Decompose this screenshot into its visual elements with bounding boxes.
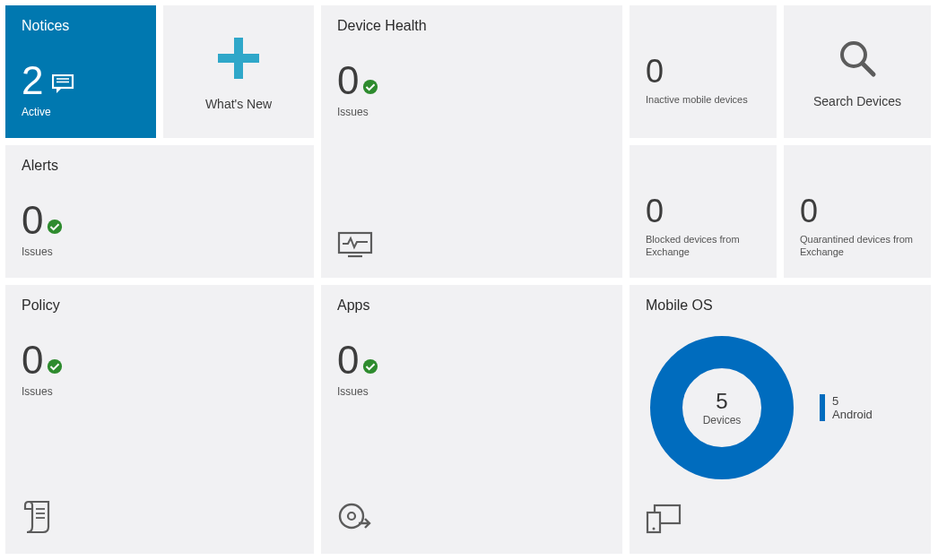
device-health-sub: Issues — [337, 106, 606, 118]
mobile-os-legend: 5 Android — [820, 394, 873, 421]
scroll-icon — [22, 498, 54, 538]
svg-line-9 — [863, 64, 873, 74]
svg-point-21 — [653, 528, 656, 530]
device-health-count: 0 — [337, 61, 359, 100]
notices-count: 2 — [22, 61, 43, 100]
quarantined-sub: Quarantined devices from Exchange — [800, 233, 915, 259]
search-devices-tile[interactable]: Search Devices — [784, 5, 931, 138]
check-icon — [362, 79, 378, 95]
inactive-devices-tile[interactable]: 0 Inactive mobile devices — [630, 5, 777, 138]
policy-sub: Issues — [22, 385, 298, 398]
whats-new-label: What's New — [205, 97, 272, 111]
policy-count-row: 0 — [22, 340, 63, 380]
policy-count: 0 — [22, 340, 43, 380]
whats-new-tile[interactable]: What's New — [163, 5, 314, 138]
svg-point-11 — [48, 359, 62, 374]
notices-count-row: 2 — [22, 61, 75, 100]
alerts-count-row: 0 — [22, 201, 63, 240]
legend-color-bar — [820, 394, 825, 421]
device-health-count-row: 0 — [337, 61, 378, 100]
search-icon — [834, 35, 881, 85]
inactive-sub: Inactive mobile devices — [646, 93, 760, 106]
alerts-tile[interactable]: Alerts 0 Issues — [5, 145, 314, 278]
devices-icon — [646, 504, 682, 538]
check-icon — [47, 358, 63, 375]
device-health-tile[interactable]: Device Health 0 Issues — [321, 5, 622, 278]
alerts-count: 0 — [22, 201, 43, 240]
check-icon — [362, 358, 378, 375]
search-devices-label: Search Devices — [813, 94, 901, 108]
inactive-count: 0 — [646, 56, 760, 88]
svg-point-10 — [48, 220, 62, 234]
plus-icon — [213, 32, 265, 88]
svg-point-17 — [348, 513, 355, 520]
legend-label: Android — [832, 408, 873, 421]
blocked-devices-tile[interactable]: 0 Blocked devices from Exchange — [630, 145, 777, 278]
policy-tile[interactable]: Policy 0 Issues — [5, 285, 314, 554]
mobile-os-total: 5 — [716, 389, 727, 414]
mobile-os-tile[interactable]: Mobile OS 5 Devices 5 Android — [630, 285, 931, 554]
svg-point-15 — [363, 359, 378, 374]
device-health-title: Device Health — [337, 18, 606, 34]
notices-sub: Active — [22, 106, 140, 118]
apps-count: 0 — [337, 340, 359, 380]
alerts-sub: Issues — [22, 246, 298, 258]
disc-icon — [337, 502, 373, 538]
notices-title: Notices — [22, 18, 140, 34]
alerts-title: Alerts — [22, 158, 298, 174]
apps-count-row: 0 — [337, 340, 378, 380]
notices-tile[interactable]: Notices 2 Active — [5, 5, 156, 138]
apps-title: Apps — [337, 297, 606, 314]
blocked-sub: Blocked devices from Exchange — [646, 233, 760, 259]
mobile-os-donut: 5 Devices — [646, 332, 798, 484]
check-icon — [47, 219, 63, 235]
legend-count: 5 — [832, 394, 873, 408]
apps-sub: Issues — [337, 385, 606, 398]
mobile-os-total-label: Devices — [703, 414, 742, 426]
monitor-icon — [337, 231, 373, 262]
apps-tile[interactable]: Apps 0 Issues — [321, 285, 622, 554]
svg-point-5 — [363, 80, 378, 94]
blocked-count: 0 — [646, 195, 760, 228]
policy-title: Policy — [22, 297, 298, 314]
quarantined-devices-tile[interactable]: 0 Quarantined devices from Exchange — [784, 145, 931, 278]
chat-icon — [52, 61, 75, 100]
mobile-os-title: Mobile OS — [646, 297, 915, 314]
quarantined-count: 0 — [800, 195, 915, 228]
